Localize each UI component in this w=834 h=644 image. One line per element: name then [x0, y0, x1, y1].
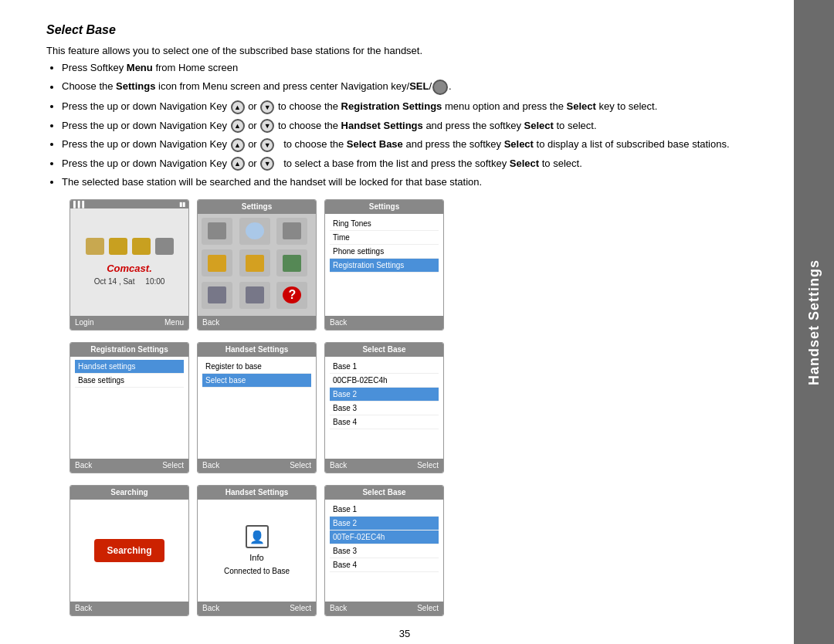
select-base-body-2: Base 1 Base 2 00TeF-02EC4h Base 3 Base 4 — [325, 500, 443, 602]
searching-footer-left: Back — [75, 604, 92, 612]
nav-down-icon4: ▼ — [260, 157, 274, 171]
sel-icon — [432, 80, 448, 95]
searching-screen: Searching Searching Back — [70, 485, 189, 616]
intro-paragraph: This feature allows you to select one of… — [46, 45, 763, 56]
menu-icon-headset — [276, 218, 307, 245]
menu-icon-phonebook — [202, 218, 232, 245]
nav-up-icon3: ▲ — [231, 138, 245, 152]
menu-icon-folder — [202, 249, 232, 276]
menu-icon-phone — [276, 249, 307, 276]
page-number: 35 — [46, 628, 763, 639]
icon-question: ? — [283, 286, 301, 303]
info-label: Info — [249, 553, 263, 562]
bullet-1: Press Softkey Menu from Home screen — [62, 61, 763, 75]
bullet-2: Choose the Settings icon from Menu scree… — [62, 80, 763, 95]
main-content: Select Base This feature allows you to s… — [0, 0, 794, 644]
handset-settings-header: Handset Settings — [198, 343, 316, 357]
select-base-screen-1: Select Base Base 1 00CFB-02EC4h Base 2 B… — [324, 342, 444, 473]
bullet-3: Press the up or down Navigation Key ▲ or… — [62, 100, 763, 114]
base2-item-addr: 00TeF-02EC4h — [330, 530, 439, 544]
reg-settings-footer: Back Select — [70, 459, 188, 473]
nav-down-icon3: ▼ — [260, 138, 274, 152]
sidebar: Handset Settings — [794, 0, 834, 644]
home-footer: Login Menu — [70, 316, 188, 330]
home-icon-3 — [132, 238, 151, 255]
handset-footer-right: Select — [290, 461, 311, 469]
base-footer-left-1: Back — [330, 461, 347, 469]
icon-envelope — [246, 286, 264, 303]
nav-up-icon2: ▲ — [231, 119, 245, 133]
settings-footer-1: Back — [325, 316, 443, 330]
base-footer-right-1: Select — [417, 461, 439, 469]
nav-up-icon: ▲ — [231, 100, 245, 114]
base2-item-1: Base 1 — [330, 503, 439, 517]
searching-header: Searching — [70, 486, 188, 500]
settings-body-1: Ring Tones Time Phone settings Registrat… — [325, 214, 443, 316]
base2-item-4: Base 4 — [330, 558, 439, 572]
battery-icon: ▮▮ — [179, 201, 185, 208]
reg-item-base: Base settings — [75, 374, 184, 388]
icon-folder2 — [246, 255, 264, 272]
base-item-1: Base 1 — [330, 360, 439, 374]
settings-header-1: Settings — [325, 200, 443, 214]
settings-item-ringtones: Ring Tones — [330, 217, 439, 231]
nav-up-icon4: ▲ — [231, 157, 245, 171]
bullet-7: The selected base station will be search… — [62, 175, 763, 189]
select-base-screen-2: Select Base Base 1 Base 2 00TeF-02EC4h B… — [324, 485, 444, 616]
menu-icon-envelope — [239, 282, 270, 309]
menu-icon-folder2 — [239, 249, 270, 276]
menu-screen: Settings — [197, 199, 317, 330]
select-base-footer-1: Back Select — [325, 459, 443, 473]
settings-item-time: Time — [330, 231, 439, 245]
searching-body: Searching — [70, 500, 188, 602]
settings-item-phone: Phone settings — [330, 245, 439, 259]
searching-button: Searching — [94, 539, 164, 562]
reg-settings-header: Registration Settings — [70, 343, 188, 357]
menu-footer: Back — [198, 316, 316, 330]
settings-footer-left-1: Back — [330, 318, 347, 327]
home-icon-4 — [155, 238, 174, 255]
handset-info-screen: Handset Settings 👤 Info Connected to Bas… — [197, 485, 317, 616]
select-base-header-1: Select Base — [325, 343, 443, 357]
settings-item-registration: Registration Settings — [330, 259, 439, 273]
sidebar-label: Handset Settings — [806, 259, 822, 385]
handset-info-footer: Back Select — [198, 602, 316, 615]
select-base-body-1: Base 1 00CFB-02EC4h Base 2 Base 3 Base 4 — [325, 357, 443, 459]
handset-info-footer-left: Back — [202, 604, 219, 612]
menu-icon-cloud — [239, 218, 270, 245]
signal-bars: ▌▌▌ — [73, 201, 86, 208]
bullet-4: Press the up or down Navigation Key ▲ or… — [62, 119, 763, 134]
base-item-4: Base 4 — [330, 415, 439, 429]
home-screen: ▌▌▌ ▮▮ Comcast. Oct 14 , Sat 10:00 Login… — [70, 199, 189, 330]
base-item-2: Base 2 — [330, 388, 439, 402]
icon-headset — [283, 222, 301, 239]
select-base-footer-2: Back Select — [325, 602, 443, 615]
menu-icon-wrench — [202, 282, 232, 309]
icon-wrench — [208, 286, 226, 303]
icon-phonebook — [208, 222, 226, 239]
menu-icon-question: ? — [276, 282, 307, 309]
reg-footer-right: Select — [162, 461, 184, 469]
handset-info-body: 👤 Info Connected to Base — [198, 500, 316, 602]
handset-info-footer-right: Select — [290, 604, 311, 612]
base2-footer-right: Select — [417, 604, 439, 612]
screens-grid: ▌▌▌ ▮▮ Comcast. Oct 14 , Sat 10:00 Login… — [70, 199, 763, 620]
settings-screen-1: Settings Ring Tones Time Phone settings … — [324, 199, 444, 330]
base2-footer-left: Back — [330, 604, 347, 612]
reg-item-handset: Handset settings — [75, 360, 184, 374]
base2-item-3: Base 3 — [330, 544, 439, 558]
menu-footer-left: Back — [202, 318, 219, 327]
home-icon-1 — [86, 238, 104, 255]
status-bar: ▌▌▌ ▮▮ — [70, 200, 188, 208]
page-title: Select Base — [46, 23, 763, 37]
base2-item-2: Base 2 — [330, 517, 439, 530]
handset-settings-screen: Handset Settings Register to base Select… — [197, 342, 317, 473]
handset-item-register: Register to base — [202, 360, 311, 374]
home-icon-2 — [109, 238, 127, 255]
base-item-addr-1: 00CFB-02EC4h — [330, 374, 439, 388]
home-screen-body: Comcast. Oct 14 , Sat 10:00 — [70, 208, 188, 316]
bullet-6: Press the up or down Navigation Key ▲ or… — [62, 157, 763, 171]
handset-settings-footer: Back Select — [198, 459, 316, 473]
home-date: Oct 14 , Sat 10:00 — [94, 277, 165, 286]
select-base-header-2: Select Base — [325, 486, 443, 500]
